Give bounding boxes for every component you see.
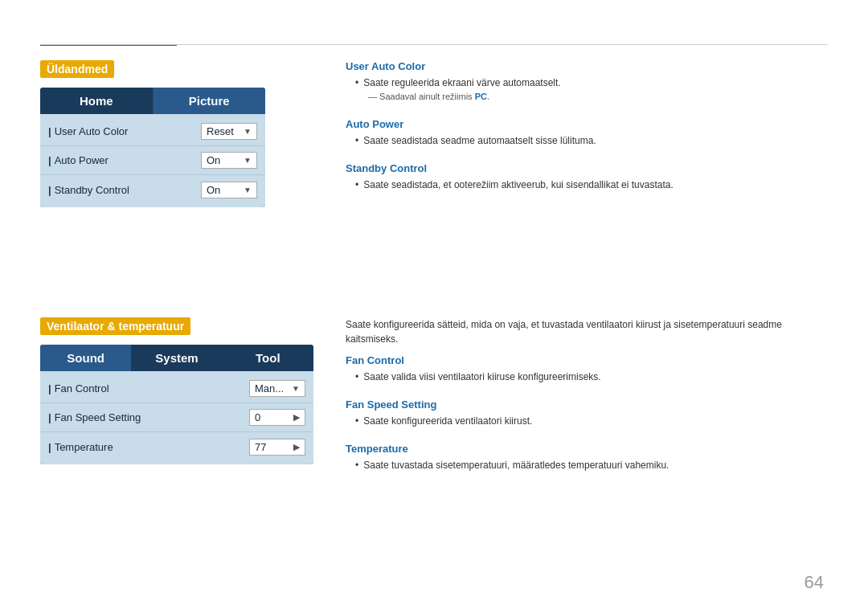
tab-sound[interactable]: Sound — [40, 345, 131, 371]
desc-text-fan-control: Saate valida viisi ventilaatori kiiruse … — [355, 370, 828, 384]
desc-fan-control: Fan Control Saate valida viisi ventilaat… — [346, 354, 828, 384]
page-container: Üldandmed Home Picture User Auto Color R… — [0, 0, 868, 613]
tab-home[interactable]: Home — [40, 88, 154, 114]
desc-sub-user-auto-color: Saadaval ainult režiimis PC. — [368, 90, 828, 104]
desc-text-standby-control: Saate seadistada, et ooterežiim aktiveer… — [355, 178, 828, 192]
desc-user-auto-color: User Auto Color Saate reguleerida ekraan… — [346, 60, 828, 104]
pc-link: PC — [475, 92, 487, 101]
tab-system[interactable]: System — [131, 345, 222, 371]
section2-left: Ventilaator & temperatuur Sound System T… — [40, 317, 330, 464]
section1-tabs: Home Picture — [40, 88, 265, 114]
row-value-temperature[interactable]: 77 ▶ — [249, 439, 305, 456]
section2-tabs: Sound System Tool — [40, 345, 313, 371]
top-rule — [40, 44, 828, 45]
section1-badge: Üldandmed — [40, 60, 114, 78]
page-number: 64 — [805, 572, 824, 593]
row-label-auto-power: Auto Power — [48, 154, 201, 166]
desc-text-fan-speed: Saate konfigureerida ventilaatori kiirus… — [355, 414, 828, 428]
desc-heading-fan-speed: Fan Speed Setting — [346, 398, 828, 411]
row-label-standby-control: Standby Control — [48, 184, 201, 196]
dropdown-arrow-on2: ▼ — [244, 186, 252, 194]
arrow-right-fan-speed: ▶ — [293, 412, 300, 423]
row-label-fan-speed: Fan Speed Setting — [48, 411, 249, 423]
arrow-right-temperature: ▶ — [293, 442, 300, 452]
row-label-user-auto-color: User Auto Color — [48, 125, 201, 137]
desc-text-user-auto-color: Saate reguleerida ekraani värve automaat… — [355, 76, 828, 90]
desc-fan-speed: Fan Speed Setting Saate konfigureerida v… — [346, 398, 828, 428]
section1-right: User Auto Color Saate reguleerida ekraan… — [346, 60, 828, 206]
desc-temperature: Temperature Saate tuvastada sisetemperat… — [346, 443, 828, 472]
row-value-fan-speed[interactable]: 0 ▶ — [249, 409, 305, 426]
section2-right: Saate konfigureerida sätteid, mida on va… — [346, 317, 828, 487]
section1-left: Üldandmed Home Picture User Auto Color R… — [40, 60, 313, 207]
desc-heading-auto-power: Auto Power — [346, 118, 828, 130]
desc-text-auto-power: Saate seadistada seadme automaatselt sis… — [355, 133, 828, 148]
row-label-fan-control: Fan Control — [48, 382, 249, 394]
desc-heading-fan-control: Fan Control — [346, 354, 828, 366]
tab-tool[interactable]: Tool — [223, 345, 313, 371]
menu-row-fan-control: Fan Control Man... ▼ — [40, 374, 313, 403]
section2-menu: Sound System Tool Fan Control Man... ▼ F… — [40, 345, 313, 464]
section1-rows: User Auto Color Reset ▼ Auto Power On ▼ … — [40, 114, 265, 207]
desc-heading-standby-control: Standby Control — [346, 162, 828, 174]
dropdown-arrow-on1: ▼ — [244, 156, 252, 165]
desc-text-temperature: Saate tuvastada sisetemperatuuri, määrat… — [355, 458, 828, 472]
row-value-user-auto-color[interactable]: Reset ▼ — [201, 123, 257, 140]
row-value-auto-power[interactable]: On ▼ — [201, 152, 257, 169]
menu-row-fan-speed: Fan Speed Setting 0 ▶ — [40, 403, 313, 432]
desc-standby-control: Standby Control Saate seadistada, et oot… — [346, 162, 828, 192]
menu-row-user-auto-color: User Auto Color Reset ▼ — [40, 117, 265, 146]
section2-intro: Saate konfigureerida sätteid, mida on va… — [346, 317, 828, 346]
menu-row-temperature: Temperature 77 ▶ — [40, 432, 313, 461]
tab-picture[interactable]: Picture — [154, 88, 266, 114]
section2-rows: Fan Control Man... ▼ Fan Speed Setting 0… — [40, 371, 313, 464]
section2-badge: Ventilaator & temperatuur — [40, 317, 190, 335]
row-label-temperature: Temperature — [48, 441, 249, 453]
dropdown-arrow-reset: ▼ — [244, 127, 252, 136]
menu-row-standby-control: Standby Control On ▼ — [40, 175, 265, 204]
desc-heading-temperature: Temperature — [346, 443, 828, 455]
row-value-fan-control[interactable]: Man... ▼ — [249, 380, 305, 397]
section1-menu: Home Picture User Auto Color Reset ▼ Aut… — [40, 88, 265, 207]
row-value-standby-control[interactable]: On ▼ — [201, 182, 257, 198]
desc-auto-power: Auto Power Saate seadistada seadme autom… — [346, 118, 828, 148]
desc-heading-user-auto-color: User Auto Color — [346, 60, 828, 72]
menu-row-auto-power: Auto Power On ▼ — [40, 146, 265, 175]
dropdown-arrow-man: ▼ — [292, 384, 300, 393]
